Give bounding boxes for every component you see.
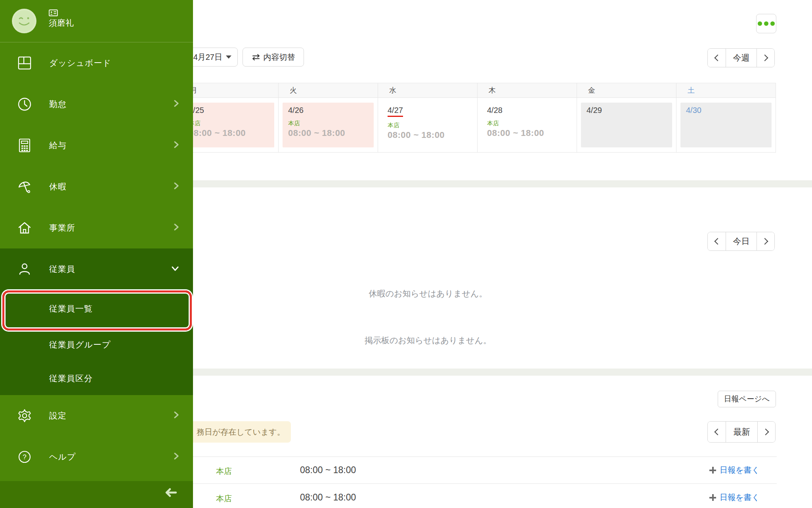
content-switch-button[interactable]: 内容切替 [243,48,304,67]
shift-time: 08:00 ~ 18:00 [288,128,368,138]
report-location: 本店 [216,466,232,477]
chevron-left-icon [714,429,721,435]
row-divider [179,483,777,484]
write-report-label: 日報を書く [720,465,760,476]
sidebar-item-label: 給与 [49,140,67,151]
prev-report-button[interactable] [708,422,726,442]
vacation-notice-empty-message: 休暇のお知らせはありません。 [190,288,666,299]
user-name: 須磨礼 [49,17,74,29]
today-nav: 今日 [707,232,775,251]
chevron-right-icon [174,141,179,150]
dow-header-mon: 月 [179,83,279,98]
write-report-link[interactable]: 日報を書く [709,492,773,503]
user-profile[interactable]: 須磨礼 [0,0,193,42]
app-window: 4月27日 内容切替 今週 月 火 水 木 金 土 4/ [0,0,812,508]
latest-button[interactable]: 最新 [726,422,757,442]
day-cell-wed-today[interactable]: 4/27 本店 08:00 ~ 18:00 [378,98,478,153]
chevron-right-icon [174,223,179,232]
sidebar: 須磨礼 ダッシュボード 勤怠 [0,0,193,508]
next-day-button[interactable] [757,232,774,250]
report-time: 08:00 ~ 18:00 [300,465,356,476]
sidebar-subitem-employee-groups[interactable]: 従業員グループ [0,328,193,361]
week-schedule-table: 月 火 水 木 金 土 4/25 本店 08:00 ~ 18:00 4/26 本… [179,83,776,153]
content-switch-label: 内容切替 [264,52,295,63]
arrow-left-icon [165,487,177,498]
shift-time: 08:00 ~ 18:00 [487,128,567,138]
plus-icon [709,494,716,501]
day-cell-mon[interactable]: 4/25 本店 08:00 ~ 18:00 [179,98,279,153]
collapse-sidebar-button[interactable] [165,487,177,499]
report-location: 本店 [216,493,232,504]
sidebar-item-label: 勤怠 [49,99,67,110]
more-icon [758,21,762,26]
shift-panel: 4/25 本店 08:00 ~ 18:00 [183,103,274,147]
sidebar-item-attendance[interactable]: 勤怠 [0,84,193,125]
dow-header-fri: 金 [577,83,676,98]
write-report-link[interactable]: 日報を書く [709,465,773,476]
swap-icon [252,54,260,61]
help-icon: ? [16,450,33,464]
shift-location: 本店 [487,120,567,127]
sidebar-subitem-label: 従業員一覧 [49,303,93,314]
sidebar-item-settings[interactable]: 設定 [0,395,193,436]
day-date: 4/26 [288,106,368,115]
svg-text:?: ? [23,453,26,461]
prev-week-button[interactable] [708,49,726,67]
shift-location: 本店 [189,120,269,127]
sidebar-item-payroll[interactable]: 給与 [0,125,193,166]
shift-panel-today: 4/27 本店 08:00 ~ 18:00 [378,98,477,148]
sidebar-subitem-employee-categories[interactable]: 従業員区分 [0,361,193,395]
shift-time: 08:00 ~ 18:00 [189,128,269,138]
today-button[interactable]: 今日 [726,232,757,250]
person-icon [16,262,33,276]
next-report-button[interactable] [757,422,775,442]
day-date: 4/28 [487,106,567,115]
sidebar-item-dashboard[interactable]: ダッシュボード [0,42,193,84]
report-time: 08:00 ~ 18:00 [300,492,356,503]
board-notice-empty-message: 掲示板のお知らせはありません。 [190,335,666,346]
dow-header-thu: 木 [478,83,577,98]
id-card-icon [49,10,58,16]
dashboard-icon [16,56,33,70]
sidebar-item-label: 従業員 [49,264,75,275]
more-options-button[interactable] [756,14,776,33]
shift-panel: 4/28 本店 08:00 ~ 18:00 [478,98,577,146]
sidebar-subitem-label: 従業員グループ [49,339,111,350]
sidebar-item-vacation[interactable]: 休暇 [0,166,193,207]
write-report-label: 日報を書く [720,492,760,503]
this-week-button[interactable]: 今週 [726,49,757,67]
next-week-button[interactable] [757,49,774,67]
umbrella-icon [16,180,33,194]
sidebar-item-employees[interactable]: 従業員 [0,248,193,290]
row-divider [179,456,777,457]
dow-header-tue: 火 [279,83,378,98]
day-cell-fri[interactable]: 4/29 [577,98,676,153]
day-off-panel: 4/30 [680,103,772,147]
calculator-icon [16,138,33,153]
sidebar-subitem-employee-list[interactable]: 従業員一覧 [0,290,193,328]
sidebar-collapse-strip [0,481,193,508]
day-cell-sat[interactable]: 4/30 [676,98,776,153]
sidebar-item-office[interactable]: 事業所 [0,207,193,248]
dow-header-sat: 土 [676,83,776,98]
daily-report-page-button[interactable]: 日報ページへ [718,391,776,407]
home-icon [16,221,33,235]
week-nav: 今週 [707,48,775,67]
chevron-left-icon [714,238,721,245]
latest-nav: 最新 [707,421,776,443]
day-date: 4/30 [686,106,766,115]
today-date-underlined: 4/27 [388,106,403,117]
sidebar-item-label: ダッシュボード [49,57,111,69]
chevron-right-icon [762,429,769,435]
chevron-left-icon [714,55,721,61]
sidebar-item-label: 事業所 [49,222,75,233]
gear-icon [16,408,33,423]
chevron-right-icon [174,411,179,420]
day-cell-tue[interactable]: 4/26 本店 08:00 ~ 18:00 [279,98,378,153]
sidebar-item-label: 設定 [49,410,67,421]
shift-location: 本店 [388,122,468,129]
sidebar-item-help[interactable]: ? ヘルプ [0,436,193,477]
prev-day-button[interactable] [708,232,726,250]
day-off-panel: 4/29 [581,103,672,147]
day-cell-thu[interactable]: 4/28 本店 08:00 ~ 18:00 [478,98,577,153]
